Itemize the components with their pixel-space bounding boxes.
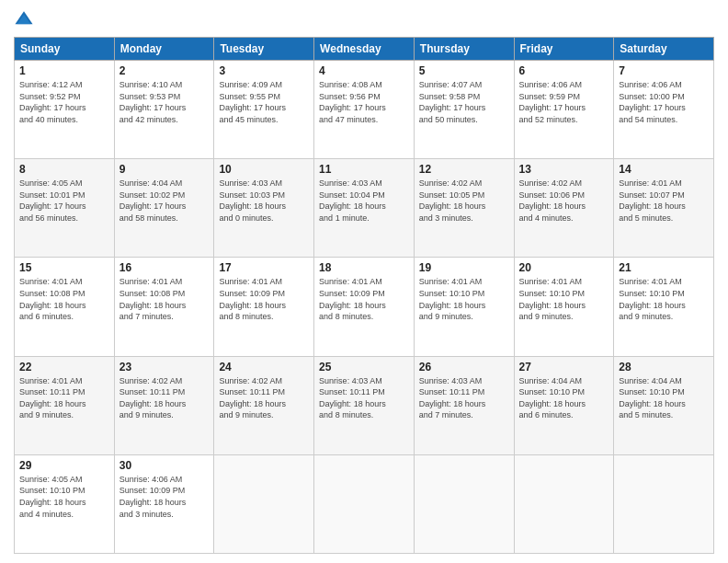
day-cell-4-4	[414, 454, 514, 553]
day-cell-1-3: 11Sunrise: 4:03 AM Sunset: 10:04 PM Dayl…	[314, 159, 415, 258]
day-number-6: 6	[519, 64, 609, 77]
day-info-27: Sunrise: 4:04 AM Sunset: 10:10 PM Daylig…	[519, 375, 609, 421]
day-number-8: 8	[19, 163, 109, 176]
day-cell-2-5: 20Sunrise: 4:01 AM Sunset: 10:10 PM Dayl…	[514, 258, 614, 356]
week-row-4: 22Sunrise: 4:01 AM Sunset: 10:11 PM Dayl…	[15, 356, 714, 454]
day-cell-3-1: 23Sunrise: 4:02 AM Sunset: 10:11 PM Dayl…	[114, 356, 214, 454]
day-info-18: Sunrise: 4:01 AM Sunset: 10:09 PM Daylig…	[319, 276, 409, 322]
day-number-4: 4	[319, 64, 409, 77]
col-header-thursday: Thursday	[414, 38, 514, 61]
week-row-5: 29Sunrise: 4:05 AM Sunset: 10:10 PM Dayl…	[15, 454, 714, 553]
day-info-1: Sunrise: 4:12 AM Sunset: 9:52 PM Dayligh…	[19, 79, 109, 125]
header-row: SundayMondayTuesdayWednesdayThursdayFrid…	[15, 38, 714, 61]
day-number-25: 25	[319, 361, 409, 373]
day-number-5: 5	[419, 64, 509, 77]
day-cell-2-6: 21Sunrise: 4:01 AM Sunset: 10:10 PM Dayl…	[614, 258, 714, 356]
day-cell-3-3: 25Sunrise: 4:03 AM Sunset: 10:11 PM Dayl…	[314, 356, 415, 454]
day-cell-1-4: 12Sunrise: 4:02 AM Sunset: 10:05 PM Dayl…	[414, 159, 514, 258]
day-cell-0-6: 7Sunrise: 4:06 AM Sunset: 10:00 PM Dayli…	[614, 61, 714, 159]
day-cell-1-5: 13Sunrise: 4:02 AM Sunset: 10:06 PM Dayl…	[514, 159, 614, 258]
col-header-sunday: Sunday	[15, 38, 115, 61]
day-number-2: 2	[119, 64, 210, 77]
day-number-17: 17	[219, 261, 309, 274]
day-info-12: Sunrise: 4:02 AM Sunset: 10:05 PM Daylig…	[419, 178, 509, 224]
day-number-30: 30	[119, 459, 210, 472]
day-number-24: 24	[219, 361, 309, 373]
day-info-4: Sunrise: 4:08 AM Sunset: 9:56 PM Dayligh…	[319, 79, 409, 125]
day-number-19: 19	[419, 261, 509, 274]
day-info-28: Sunrise: 4:04 AM Sunset: 10:10 PM Daylig…	[619, 375, 709, 421]
day-cell-4-0: 29Sunrise: 4:05 AM Sunset: 10:10 PM Dayl…	[15, 454, 115, 553]
day-info-3: Sunrise: 4:09 AM Sunset: 9:55 PM Dayligh…	[219, 79, 309, 125]
day-info-16: Sunrise: 4:01 AM Sunset: 10:08 PM Daylig…	[119, 276, 210, 322]
day-number-18: 18	[319, 261, 409, 274]
day-info-15: Sunrise: 4:01 AM Sunset: 10:08 PM Daylig…	[19, 276, 109, 322]
day-info-22: Sunrise: 4:01 AM Sunset: 10:11 PM Daylig…	[19, 375, 109, 421]
day-number-14: 14	[619, 163, 709, 176]
day-cell-0-0: 1Sunrise: 4:12 AM Sunset: 9:52 PM Daylig…	[15, 61, 115, 159]
day-cell-4-6	[614, 454, 714, 553]
day-info-10: Sunrise: 4:03 AM Sunset: 10:03 PM Daylig…	[219, 178, 309, 224]
week-row-1: 1Sunrise: 4:12 AM Sunset: 9:52 PM Daylig…	[15, 61, 714, 159]
week-row-2: 8Sunrise: 4:05 AM Sunset: 10:01 PM Dayli…	[15, 159, 714, 258]
day-cell-4-3	[314, 454, 415, 553]
day-number-15: 15	[19, 261, 109, 274]
day-cell-1-1: 9Sunrise: 4:04 AM Sunset: 10:02 PM Dayli…	[114, 159, 214, 258]
day-number-9: 9	[119, 163, 210, 176]
day-info-19: Sunrise: 4:01 AM Sunset: 10:10 PM Daylig…	[419, 276, 509, 322]
day-cell-2-0: 15Sunrise: 4:01 AM Sunset: 10:08 PM Dayl…	[15, 258, 115, 356]
day-number-23: 23	[119, 361, 210, 373]
day-cell-3-5: 27Sunrise: 4:04 AM Sunset: 10:10 PM Dayl…	[514, 356, 614, 454]
day-info-17: Sunrise: 4:01 AM Sunset: 10:09 PM Daylig…	[219, 276, 309, 322]
day-info-20: Sunrise: 4:01 AM Sunset: 10:10 PM Daylig…	[519, 276, 609, 322]
day-info-25: Sunrise: 4:03 AM Sunset: 10:11 PM Daylig…	[319, 375, 409, 421]
logo	[14, 9, 38, 29]
day-number-10: 10	[219, 163, 309, 176]
day-info-21: Sunrise: 4:01 AM Sunset: 10:10 PM Daylig…	[619, 276, 709, 322]
day-cell-3-6: 28Sunrise: 4:04 AM Sunset: 10:10 PM Dayl…	[614, 356, 714, 454]
day-info-5: Sunrise: 4:07 AM Sunset: 9:58 PM Dayligh…	[419, 79, 509, 125]
day-number-16: 16	[119, 261, 210, 274]
day-cell-4-1: 30Sunrise: 4:06 AM Sunset: 10:09 PM Dayl…	[114, 454, 214, 553]
day-cell-1-0: 8Sunrise: 4:05 AM Sunset: 10:01 PM Dayli…	[15, 159, 115, 258]
day-cell-2-3: 18Sunrise: 4:01 AM Sunset: 10:09 PM Dayl…	[314, 258, 415, 356]
day-cell-2-1: 16Sunrise: 4:01 AM Sunset: 10:08 PM Dayl…	[114, 258, 214, 356]
day-info-30: Sunrise: 4:06 AM Sunset: 10:09 PM Daylig…	[119, 474, 210, 520]
day-number-3: 3	[219, 64, 309, 77]
day-number-29: 29	[19, 459, 109, 472]
col-header-tuesday: Tuesday	[214, 38, 314, 61]
col-header-wednesday: Wednesday	[314, 38, 415, 61]
day-cell-1-2: 10Sunrise: 4:03 AM Sunset: 10:03 PM Dayl…	[214, 159, 314, 258]
day-info-23: Sunrise: 4:02 AM Sunset: 10:11 PM Daylig…	[119, 375, 210, 421]
day-cell-0-4: 5Sunrise: 4:07 AM Sunset: 9:58 PM Daylig…	[414, 61, 514, 159]
day-cell-1-6: 14Sunrise: 4:01 AM Sunset: 10:07 PM Dayl…	[614, 159, 714, 258]
day-info-9: Sunrise: 4:04 AM Sunset: 10:02 PM Daylig…	[119, 178, 210, 224]
week-row-3: 15Sunrise: 4:01 AM Sunset: 10:08 PM Dayl…	[15, 258, 714, 356]
day-number-26: 26	[419, 361, 509, 373]
day-info-14: Sunrise: 4:01 AM Sunset: 10:07 PM Daylig…	[619, 178, 709, 224]
day-info-13: Sunrise: 4:02 AM Sunset: 10:06 PM Daylig…	[519, 178, 609, 224]
day-info-24: Sunrise: 4:02 AM Sunset: 10:11 PM Daylig…	[219, 375, 309, 421]
col-header-saturday: Saturday	[614, 38, 714, 61]
day-cell-0-3: 4Sunrise: 4:08 AM Sunset: 9:56 PM Daylig…	[314, 61, 415, 159]
day-cell-4-5	[514, 454, 614, 553]
day-info-11: Sunrise: 4:03 AM Sunset: 10:04 PM Daylig…	[319, 178, 409, 224]
day-cell-2-2: 17Sunrise: 4:01 AM Sunset: 10:09 PM Dayl…	[214, 258, 314, 356]
day-number-1: 1	[19, 64, 109, 77]
day-info-6: Sunrise: 4:06 AM Sunset: 9:59 PM Dayligh…	[519, 79, 609, 125]
day-info-7: Sunrise: 4:06 AM Sunset: 10:00 PM Daylig…	[619, 79, 709, 125]
day-info-2: Sunrise: 4:10 AM Sunset: 9:53 PM Dayligh…	[119, 79, 210, 125]
day-cell-3-4: 26Sunrise: 4:03 AM Sunset: 10:11 PM Dayl…	[414, 356, 514, 454]
day-cell-0-1: 2Sunrise: 4:10 AM Sunset: 9:53 PM Daylig…	[114, 61, 214, 159]
day-number-27: 27	[519, 361, 609, 373]
day-number-11: 11	[319, 163, 409, 176]
day-number-7: 7	[619, 64, 709, 77]
calendar-table: SundayMondayTuesdayWednesdayThursdayFrid…	[14, 37, 714, 554]
day-cell-0-5: 6Sunrise: 4:06 AM Sunset: 9:59 PM Daylig…	[514, 61, 614, 159]
day-number-12: 12	[419, 163, 509, 176]
day-cell-3-0: 22Sunrise: 4:01 AM Sunset: 10:11 PM Dayl…	[15, 356, 115, 454]
day-cell-3-2: 24Sunrise: 4:02 AM Sunset: 10:11 PM Dayl…	[214, 356, 314, 454]
day-cell-0-2: 3Sunrise: 4:09 AM Sunset: 9:55 PM Daylig…	[214, 61, 314, 159]
day-number-20: 20	[519, 261, 609, 274]
col-header-friday: Friday	[514, 38, 614, 61]
